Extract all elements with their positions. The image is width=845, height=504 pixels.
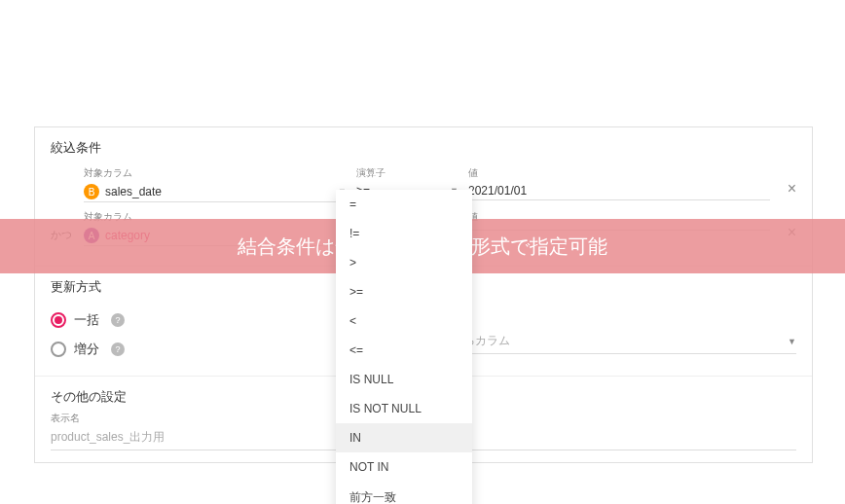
value-label: 値 [468, 166, 770, 180]
value-text: 2021/01/01 [468, 184, 770, 198]
radio-bulk-label: 一括 [74, 311, 99, 329]
operator-option[interactable]: < [336, 306, 472, 336]
radio-bulk[interactable]: 一括 ? [51, 306, 382, 335]
filter-title: 絞込条件 [51, 139, 796, 157]
operator-option[interactable]: 前方一致 [336, 482, 472, 504]
help-icon[interactable]: ? [111, 313, 125, 327]
value-input[interactable]: 2021/01/01 [468, 182, 770, 200]
column-label: 対象カラム [84, 166, 347, 180]
help-icon[interactable]: ? [111, 342, 125, 356]
operator-option[interactable]: != [336, 219, 472, 248]
operator-option[interactable]: NOT IN [336, 452, 472, 482]
radio-incremental[interactable]: 増分 ? [51, 335, 382, 364]
radio-unselected-icon [51, 342, 66, 357]
and-spacer [51, 166, 74, 184]
chevron-down-icon: ▼ [788, 337, 796, 346]
remove-condition-button[interactable]: × [788, 166, 796, 198]
column-badge-b-icon: B [84, 184, 99, 199]
radio-incremental-label: 増分 [74, 341, 99, 358]
column-value: sales_date [105, 185, 332, 198]
operator-label: 演算子 [356, 166, 459, 180]
operator-option[interactable]: > [336, 248, 472, 277]
operator-option[interactable]: >= [336, 277, 472, 306]
operator-option[interactable]: IS NOT NULL [336, 394, 472, 423]
radio-selected-icon [51, 312, 66, 328]
column-field[interactable]: 対象カラム B sales_date ▼ [84, 166, 347, 202]
operator-option[interactable]: = [336, 190, 472, 219]
value-field[interactable]: 値 2021/01/01 [468, 166, 770, 200]
column-select[interactable]: B sales_date ▼ [84, 182, 347, 202]
operator-option[interactable]: IN [336, 423, 472, 452]
operator-option[interactable]: IS NULL [336, 365, 472, 394]
operator-dropdown-menu: =!=>>=<<=IS NULLIS NOT NULLINNOT IN前方一致 [336, 190, 472, 504]
operator-option[interactable]: <= [336, 336, 472, 365]
